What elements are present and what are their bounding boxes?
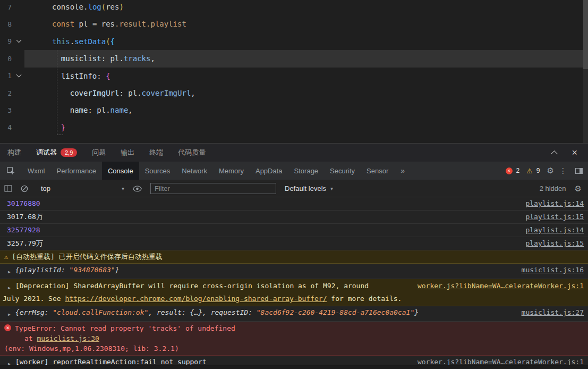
log-segment: {playlistId: [15,266,70,274]
line-number: 8 [6,20,12,28]
code-line: console.log(res) [0,0,588,15]
bracket-guide-foot [57,135,63,135]
devtools-tabs-container: WxmlPerformanceConsoleSourcesNetworkMemo… [22,162,394,180]
inspect-element-icon[interactable] [0,162,22,180]
source-link[interactable]: worker.js?libName=WA…celerateWorker.js:1 [410,357,584,365]
log-value: 3017.68万 [4,212,43,222]
error-count[interactable]: 2 [516,167,520,174]
panel-tab-bar: 构建调试器2,9问题输出终端代码质量 × [0,143,588,162]
source-link[interactable]: musiclist.js:16 [514,265,584,275]
expand-arrow-icon[interactable]: ▶ [8,359,11,365]
fold-chevron-icon[interactable] [16,72,22,78]
log-value: 32577928 [4,225,40,235]
code-line: musiclist: pl.tracks, [0,50,588,67]
devtools-tab-storage[interactable]: Storage [288,162,325,180]
context-selector[interactable]: top ▾ [37,184,124,192]
devtools-tab-sources[interactable]: Sources [139,162,176,180]
console-toolbar: top ▾ Default levels ▾ 2 hidden ⚙ [0,180,588,197]
log-levels-selector[interactable]: Default levels ▾ [285,184,333,192]
more-tabs-button[interactable]: » [394,162,411,180]
log-text: [自动热重载] 已开启代码文件保存后自动热重载 [12,252,162,262]
log-segment: } [115,266,120,274]
fold-chevron-icon[interactable] [16,38,22,43]
devtools-right-controls: × 2 ⚠ 9 ⚙ ⋮ [506,162,588,180]
code-token: . [106,106,110,114]
log-segment: {errMsg: [15,308,53,316]
source-link[interactable]: playlist.js:14 [518,199,584,208]
code-token [52,106,70,114]
close-panel-icon[interactable]: × [572,148,577,157]
code-token: : [97,72,106,80]
error-icon: × [4,324,11,331]
source-link[interactable]: playlist.js:14 [518,225,584,235]
source-link[interactable]: playlist.js:15 [518,239,584,248]
devtools-tab-memory[interactable]: Memory [213,162,250,180]
log-segment: "cloud.callFunction:ok" [53,308,148,316]
panel-tab-label: 输出 [121,148,134,157]
warning-count-icon[interactable]: ⚠ [526,167,533,175]
hidden-messages-count[interactable]: 2 hidden [540,184,566,192]
console-message: 32577928playlist.js:14 [0,224,588,237]
editor-scrollbar[interactable] [583,0,588,143]
code-token: { [106,72,110,80]
code-line: const pl = res.result.playlist [0,15,588,32]
code-editor[interactable]: console.log(res)const pl = res.result.pl… [0,0,588,143]
gutter-row: 3 [0,102,24,119]
console-bottom-scrollbar[interactable] [0,365,588,369]
filter-input[interactable] [150,183,276,194]
code-token: ( [101,3,106,11]
source-link[interactable]: musiclist.js:27 [514,308,584,317]
code-line: coverImgUrl: pl.coverImgUrl, [0,85,588,102]
code-token: res [101,20,115,28]
console-sidebar-icon[interactable] [4,185,12,192]
panel-tab-label: 构建 [7,148,21,157]
panel-tab-label: 终端 [149,148,163,157]
devtools-tab-security[interactable]: Security [324,162,361,180]
code-token [74,20,79,28]
panel-tab-0[interactable]: 构建 [7,148,21,157]
gutter-row: 4 [0,119,24,136]
clear-console-icon[interactable] [21,185,28,192]
code-token: this [52,37,70,46]
code-token: , [128,106,132,114]
devtools-tab-appdata[interactable]: AppData [250,162,288,180]
source-link[interactable]: musiclist.js:30 [37,334,99,342]
expand-arrow-icon[interactable]: ▶ [8,267,11,277]
devtools-tab-network[interactable]: Network [176,162,213,180]
warning-count[interactable]: 9 [536,167,540,174]
editor-code: console.log(res)const pl = res.result.pl… [0,0,588,136]
editor-scrollbar-thumb[interactable] [583,0,588,69]
console-settings-icon[interactable]: ⚙ [575,184,584,194]
panel-tab-4[interactable]: 终端 [149,148,163,157]
collapse-panel-icon[interactable] [551,150,558,157]
devtools-tab-console[interactable]: Console [102,162,139,180]
devtools-menu-icon[interactable]: ⋮ [558,166,568,175]
expand-arrow-icon[interactable]: ▶ [8,283,11,293]
panel-tab-1[interactable]: 调试器2,9 [36,148,77,157]
expand-arrow-icon[interactable]: ▶ [8,310,11,320]
devtools-tab-performance[interactable]: Performance [51,162,102,180]
code-token: pl [97,106,106,114]
devtools-settings-icon[interactable]: ⚙ [547,166,554,175]
panel-tab-5[interactable]: 代码质量 [178,148,206,157]
source-link[interactable]: playlist.js:15 [518,212,584,222]
console-message: ▶{playlistId: "934870683"}musiclist.js:1… [0,264,588,279]
url-link[interactable]: https://developer.chrome.com/blog/enabli… [65,295,327,303]
panel-tab-2[interactable]: 问题 [92,148,106,157]
panel-window-controls: × [552,148,581,157]
console-message: ⚠[自动热重载] 已开启代码文件保存后自动热重载 [0,250,588,264]
code-token: } [61,123,65,132]
panel-tab-3[interactable]: 输出 [121,148,134,157]
devtools-tab-sensor[interactable]: Sensor [361,162,394,180]
panel-tab-label: 调试器 [36,148,57,157]
error-count-icon[interactable]: × [506,167,513,174]
code-token: : [101,54,110,63]
live-expression-eye-icon[interactable] [133,186,142,192]
panel-tab-label: 代码质量 [178,148,206,157]
source-link[interactable]: worker.js?libName=WA…celerateWorker.js:1 [410,281,584,293]
devtools-tab-wxml[interactable]: Wxml [22,162,51,180]
log-segment: "8acd6f92-c260-4219-88cd-a716ec0a0ca1" [257,308,414,316]
dock-side-icon[interactable] [575,168,583,174]
console-log[interactable]: 30176880playlist.js:143017.68万playlist.j… [0,197,588,365]
warning-icon: ⚠ [4,252,8,262]
